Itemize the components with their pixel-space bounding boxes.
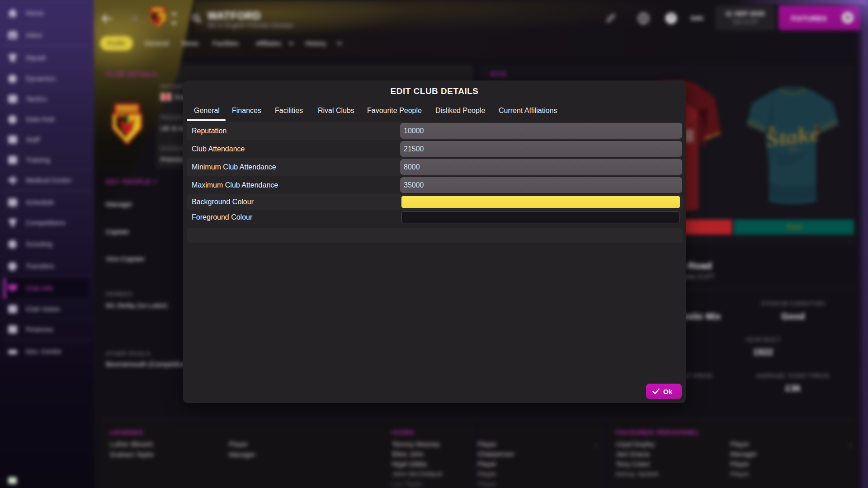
svg-text:.com: .com — [788, 146, 798, 151]
svg-text:?: ? — [669, 14, 674, 22]
svg-text:WATFORD: WATFORD — [117, 107, 137, 112]
